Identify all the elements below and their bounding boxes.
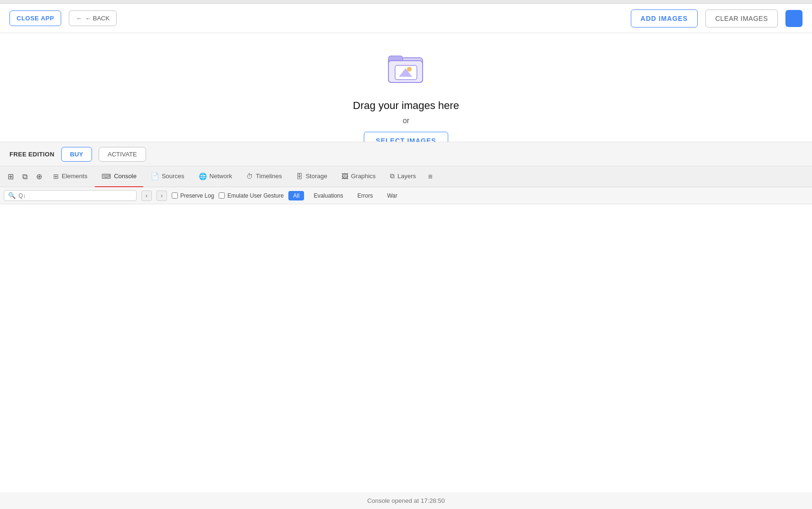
tab-elements-label: Elements	[62, 173, 87, 180]
footer-bar: FREE EDITION BUY ACTIVATE	[0, 142, 812, 166]
back-arrow-icon: ←	[76, 15, 82, 22]
app-toolbar: CLOSE APP ← ← BACK ADD IMAGES CLEAR IMAG…	[0, 4, 812, 33]
tab-sources[interactable]: 📄 Sources	[144, 166, 191, 187]
tab-network-label: Network	[210, 173, 232, 180]
emulate-gesture-text: Emulate User Gesture	[227, 192, 284, 199]
console-status-bar: Console opened at 17:28:50	[0, 492, 812, 509]
chevron-right-icon: ›	[161, 192, 163, 199]
clear-images-button[interactable]: CLEAR IMAGES	[705, 9, 778, 27]
target-icon: ⊕	[36, 172, 42, 181]
timelines-icon: ⏱	[246, 173, 253, 180]
edition-text: FREE EDITION	[9, 151, 55, 158]
copy-icon: ⧉	[22, 173, 28, 181]
elements-icon: ⊞	[53, 173, 59, 180]
console-status-text: Console opened at 17:28:50	[367, 497, 444, 504]
filter-all-button[interactable]: All	[288, 191, 304, 200]
app-content: CLOSE APP ← ← BACK ADD IMAGES CLEAR IMAG…	[0, 4, 812, 165]
tab-graphics[interactable]: 🖼 Graphics	[335, 166, 382, 187]
search-icon: 🔍	[8, 192, 16, 199]
console-search-wrap: 🔍	[4, 190, 137, 201]
filter-errors-button[interactable]: Errors	[352, 191, 378, 200]
tab-timelines-label: Timelines	[256, 173, 282, 180]
tab-sources-label: Sources	[162, 173, 185, 180]
tab-timelines[interactable]: ⏱ Timelines	[240, 166, 288, 187]
tab-console-label: Console	[114, 173, 137, 180]
tab-layers-label: Layers	[397, 173, 416, 180]
preserve-log-label[interactable]: Preserve Log	[172, 192, 214, 199]
grid-icon: ⊞	[8, 172, 14, 181]
console-search-input[interactable]	[18, 192, 132, 199]
tab-storage[interactable]: 🗄 Storage	[289, 166, 334, 187]
nav-prev-button[interactable]: ‹	[141, 191, 152, 201]
sources-icon: 📄	[151, 173, 159, 180]
devtools-tab-bar: ⊞ ⧉ ⊕ ⊞ Elements ⌨ Console 📄 Sources 🌐 N…	[0, 166, 812, 187]
tab-elements[interactable]: ⊞ Elements	[46, 166, 94, 187]
tab-console[interactable]: ⌨ Console	[95, 166, 143, 187]
emulate-gesture-label[interactable]: Emulate User Gesture	[219, 192, 284, 199]
console-filter-bar: 🔍 ‹ › Preserve Log Emulate User Gesture …	[0, 187, 812, 204]
drop-zone-or: or	[403, 117, 409, 125]
network-icon: 🌐	[199, 173, 207, 180]
buy-button[interactable]: BUY	[61, 147, 92, 162]
tab-storage-label: Storage	[305, 173, 327, 180]
drop-zone-icon	[385, 47, 427, 90]
top-bar	[0, 0, 812, 4]
chevron-left-icon: ‹	[146, 192, 148, 199]
devtools-target-icon-btn[interactable]: ⊕	[32, 170, 46, 183]
tab-graphics-label: Graphics	[351, 173, 376, 180]
close-app-button[interactable]: CLOSE APP	[9, 10, 61, 26]
back-button[interactable]: ← ← BACK	[69, 10, 117, 26]
more-icon: ≡	[428, 173, 432, 181]
drop-zone-title: Drag your images here	[353, 100, 459, 112]
devtools-panel: ⊞ ⧉ ⊕ ⊞ Elements ⌨ Console 📄 Sources 🌐 N…	[0, 166, 812, 509]
add-images-button[interactable]: ADD IMAGES	[631, 9, 698, 27]
console-icon: ⌨	[102, 173, 111, 180]
back-label: ← BACK	[85, 15, 110, 22]
preserve-log-checkbox[interactable]	[172, 192, 178, 199]
layers-icon: ⧉	[390, 172, 395, 180]
activate-button[interactable]: ACTIVATE	[99, 147, 146, 162]
tab-network[interactable]: 🌐 Network	[192, 166, 239, 187]
nav-next-button[interactable]: ›	[157, 191, 167, 201]
blue-action-button[interactable]	[785, 10, 803, 27]
devtools-copy-icon-btn[interactable]: ⧉	[18, 170, 31, 183]
tab-layers[interactable]: ⧉ Layers	[383, 166, 423, 187]
graphics-icon: 🖼	[341, 173, 348, 180]
devtools-more-icon-btn[interactable]: ≡	[424, 170, 437, 183]
svg-point-5	[407, 67, 412, 72]
storage-icon: 🗄	[296, 173, 303, 180]
devtools-grid-icon-btn[interactable]: ⊞	[4, 170, 17, 183]
filter-warnings-button[interactable]: War	[382, 191, 402, 200]
drop-zone: Drag your images here or SELECT IMAGES	[0, 33, 812, 159]
filter-evaluations-button[interactable]: Evaluations	[309, 191, 348, 200]
console-area	[0, 204, 812, 492]
preserve-log-text: Preserve Log	[180, 192, 214, 199]
emulate-gesture-checkbox[interactable]	[219, 192, 225, 199]
